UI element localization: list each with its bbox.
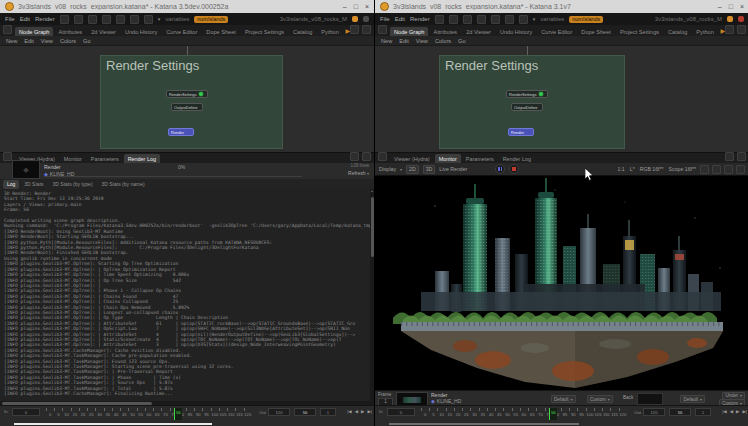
node-graph-canvas[interactable]: Render Settings RenderSettings OutputDef… — [375, 46, 748, 152]
top-tab[interactable]: Node Graph — [390, 27, 428, 36]
log-subtab[interactable]: 3D Stats (by name) — [98, 180, 149, 189]
pane-tab[interactable]: Render Log — [499, 154, 535, 163]
slot-right-dropdown[interactable]: Default▾ — [680, 395, 705, 403]
monitor-viewport[interactable] — [375, 176, 748, 390]
node-render[interactable]: Render — [168, 128, 194, 136]
status-gray-icon[interactable] — [363, 16, 369, 22]
pin-icon[interactable] — [350, 25, 359, 34]
link-icon[interactable] — [491, 15, 500, 24]
current-frame-field[interactable]: 56 — [294, 408, 316, 416]
grid-layout-icon[interactable] — [378, 25, 387, 34]
log-subtab[interactable]: 3D Stats (by type) — [49, 180, 97, 189]
top-tab[interactable]: Python — [692, 27, 717, 36]
pane-menu-icon[interactable] — [737, 25, 746, 34]
ng-menu-colors[interactable]: Colors — [435, 38, 451, 44]
titlebar[interactable]: 3v3islands_v08_rocks_expansion.katana* -… — [375, 0, 748, 13]
catalog-thumbnail[interactable] — [396, 392, 428, 406]
back-buffer-label[interactable]: Back — [623, 395, 633, 400]
top-tab[interactable]: Curve Editor — [162, 27, 201, 36]
ng-menu-edit[interactable]: Edit — [399, 38, 409, 44]
refresh-button[interactable]: Refresh ▾ — [348, 170, 369, 176]
link-icon[interactable] — [116, 15, 125, 24]
ng-menu-edit[interactable]: Edit — [24, 38, 34, 44]
settings-gear-icon[interactable] — [74, 15, 83, 24]
node-outputdefine[interactable]: OutputDefine — [171, 103, 203, 111]
menu-edit[interactable]: Edit — [20, 16, 30, 22]
view-mode-dropdown[interactable]: Custom▾ — [587, 395, 613, 403]
play-button[interactable]: ▶ — [736, 409, 739, 414]
status-red-icon[interactable] — [738, 16, 744, 22]
maximize-pane-icon[interactable] — [737, 152, 746, 161]
in-frame-field[interactable]: 0 — [387, 408, 415, 416]
top-tab[interactable]: Catalog — [664, 27, 691, 36]
top-tab[interactable]: Catalog — [289, 27, 316, 36]
prev-buffer-icon[interactable] — [700, 165, 709, 174]
go-to-start-button[interactable]: |◀ — [722, 409, 727, 414]
pane-icon[interactable] — [378, 152, 387, 161]
menu-edit[interactable]: Edit — [395, 16, 405, 22]
menu-render[interactable]: Render — [410, 16, 430, 22]
top-tab[interactable]: 2d Viewer — [87, 27, 120, 36]
grid-layout-icon[interactable] — [3, 25, 12, 34]
top-tab[interactable]: Undo History — [121, 27, 161, 36]
current-frame-marker[interactable]: 56 — [549, 408, 557, 420]
ng-menu-colors[interactable]: Colors — [60, 38, 76, 44]
variable-chip[interactable]: numIslands — [569, 16, 603, 23]
pane-tab[interactable]: Viewer (Hydra) — [390, 154, 434, 163]
go-to-end-button[interactable]: ▶| — [367, 409, 372, 414]
log-subtab[interactable]: Log — [3, 180, 19, 189]
chevron-down-icon[interactable]: ▾ — [533, 16, 536, 22]
slot-dropdown[interactable]: Default▾ — [551, 395, 576, 403]
flag-icon[interactable] — [102, 15, 111, 24]
frame-ruler[interactable]: 0510152025303540455055606570758085909510… — [46, 408, 252, 420]
go-to-start-button[interactable]: |◀ — [347, 409, 352, 414]
increment-field[interactable]: 1 — [320, 408, 336, 416]
status-orange-icon[interactable] — [352, 16, 358, 22]
pane-tab[interactable]: Monitor — [435, 154, 461, 163]
pane-tab[interactable]: Parameters — [87, 154, 123, 163]
render-controls-icon[interactable] — [144, 15, 153, 24]
back-buffer-swatch[interactable] — [637, 393, 663, 405]
timeline-scrollbar[interactable] — [389, 423, 579, 425]
render-thumbnail[interactable]: ◆ — [12, 160, 40, 179]
node-render[interactable]: Render — [508, 128, 534, 136]
titlebar[interactable]: 3v3islands_v08_rocks_expansion.katana* -… — [0, 0, 374, 13]
minimize-button[interactable]: – — [343, 3, 347, 10]
top-tab[interactable]: 2d Viewer — [462, 27, 495, 36]
step-back-button[interactable]: ◀ — [355, 409, 358, 414]
info-icon[interactable] — [130, 15, 139, 24]
ng-menu-view[interactable]: View — [41, 38, 53, 44]
top-tab[interactable]: Undo History — [496, 27, 536, 36]
session-file-label[interactable]: 3v3islands_v08_rocks_M — [655, 16, 722, 22]
minimize-button[interactable]: – — [718, 3, 722, 10]
live-render-label[interactable]: Live Render — [439, 166, 467, 172]
settings-gear-icon[interactable] — [449, 15, 458, 24]
go-to-end-button[interactable]: ▶| — [742, 409, 747, 414]
ng-menu-go[interactable]: Go — [458, 38, 465, 44]
pane-tab[interactable]: Render Log — [124, 154, 160, 163]
menu-file[interactable]: File — [380, 16, 390, 22]
top-tab[interactable]: Attributes — [54, 27, 86, 36]
ng-menu-view[interactable]: View — [416, 38, 428, 44]
mode-3d-button[interactable]: 3D — [423, 165, 436, 174]
pin-icon[interactable] — [725, 25, 734, 34]
pointer-tool-icon[interactable] — [60, 15, 69, 24]
pane-icon[interactable] — [3, 152, 12, 161]
node-graph-canvas[interactable]: Render Settings RenderSettings OutputDef… — [0, 46, 374, 152]
monitor-option-label[interactable]: L* — [630, 166, 635, 172]
step-back-button[interactable]: ◀ — [730, 409, 733, 414]
top-tab[interactable]: Dope Sheet — [577, 27, 615, 36]
maximize-button[interactable]: □ — [729, 3, 733, 10]
chevron-down-icon[interactable]: ▾ — [158, 16, 161, 22]
stop-render-button[interactable] — [509, 164, 519, 174]
menu-file[interactable]: File — [5, 16, 15, 22]
variable-chip[interactable]: numIslands — [194, 16, 228, 23]
top-tab[interactable]: Dope Sheet — [202, 27, 240, 36]
split-pane-icon[interactable] — [350, 152, 359, 161]
top-tab[interactable]: Project Settings — [241, 27, 288, 36]
pointer-tool-icon[interactable] — [435, 15, 444, 24]
pane-tab[interactable]: Parameters — [462, 154, 498, 163]
node-rendersettings[interactable]: RenderSettings — [506, 90, 548, 98]
menu-render[interactable]: Render — [35, 16, 55, 22]
close-button[interactable]: × — [740, 3, 744, 10]
